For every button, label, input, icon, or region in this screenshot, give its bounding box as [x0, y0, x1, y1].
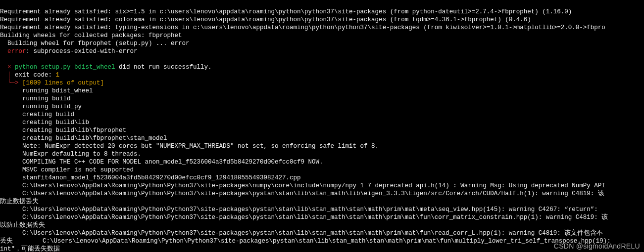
error-label: error: [0, 48, 26, 55]
watermark: CSDN @sigmoidAndRELU: [554, 242, 640, 250]
terminal-output: Requirement already satisfied: six>=1.5 …: [0, 0, 644, 252]
colon: :: [26, 48, 34, 55]
log-line: C:\Users\lenovo\AppData\Roaming\Python\P…: [0, 190, 604, 197]
log-line: Note: NumExpr detected 20 cores but "NUM…: [0, 143, 379, 150]
log-line: creating build\lib\fbprophet\stan_model: [0, 135, 167, 142]
log-line: creating build: [0, 111, 74, 118]
log-line: COMPILING THE C++ CODE FOR MODEL anon_mo…: [0, 159, 323, 166]
log-line: C:\Users\lenovo\AppData\Roaming\Python\P…: [0, 182, 605, 189]
log-line: Requirement already satisfied: six>=1.5 …: [0, 8, 572, 15]
error-message: subprocess-exited-with-error: [34, 48, 138, 55]
log-line: running build: [0, 95, 71, 102]
log-line: 丢失: [0, 238, 13, 245]
log-line: C:\Users\lenovo\AppData\Roaming\Python\P…: [0, 206, 598, 213]
log-line: int"，可能丢失数据: [0, 246, 60, 252]
box-char: │: [0, 72, 15, 79]
output-line-count: [1009 lines of output]: [22, 80, 104, 86]
log-line: 以防止数据丢失: [0, 222, 45, 229]
python-command: python setup.py bdist_wheel: [15, 64, 115, 71]
exit-code-label: exit code:: [15, 72, 56, 79]
arrow-icon: ╰─>: [0, 80, 22, 86]
log-line: running bdist_wheel: [0, 87, 93, 94]
log-line: Requirement already satisfied: colorama …: [0, 16, 531, 23]
exit-code-value: 1: [56, 72, 60, 79]
log-line: Requirement already satisfied: typing-ex…: [0, 24, 605, 31]
log-line: did not run successfully.: [115, 64, 212, 71]
log-line: MSVC compiler is not supported: [0, 167, 134, 173]
log-line: C:\Users\lenovo\AppData\Roaming\Python\P…: [0, 214, 608, 221]
log-line: running build_py: [0, 103, 82, 110]
log-line: C:\Users\lenovo\AppData\Roaming\Python\P…: [13, 238, 611, 245]
log-line: stanfit4anon_model_f5236004a3fd5b8429270…: [0, 174, 301, 181]
log-line: Building wheels for collected packages: …: [0, 32, 182, 39]
log-line: 防止数据丢失: [0, 198, 39, 205]
log-line: C:\Users\lenovo\AppData\Roaming\Python\P…: [0, 230, 603, 237]
log-line: NumExpr defaulting to 8 threads.: [0, 151, 141, 158]
cross-icon: ×: [0, 64, 15, 71]
log-line: Building wheel for fbprophet (setup.py) …: [0, 40, 190, 47]
log-line: creating build\lib: [0, 119, 89, 126]
log-line: creating build\lib\fbprophet: [0, 127, 126, 134]
